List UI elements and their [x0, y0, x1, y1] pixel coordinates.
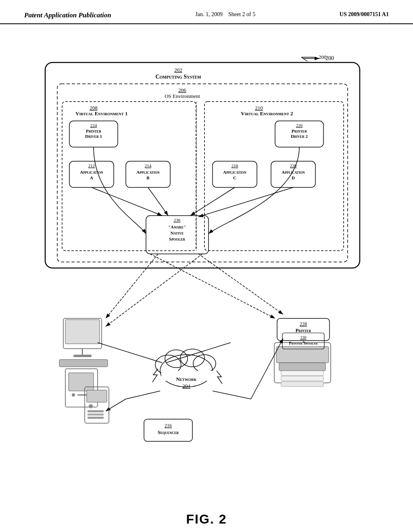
svg-text:Printer: Printer	[86, 129, 101, 133]
figure-caption: FIG. 2	[24, 512, 389, 527]
svg-text:"Aware": "Aware"	[168, 224, 186, 229]
svg-text:228: 228	[300, 321, 307, 327]
svg-text:212: 212	[88, 163, 95, 168]
svg-text:200: 200	[319, 54, 327, 60]
publication-title: Patent Application Publication	[24, 11, 111, 19]
patent-number: US 2009/0007151 A1	[340, 11, 389, 18]
svg-line-56	[106, 254, 202, 326]
svg-rect-100	[88, 414, 104, 416]
svg-container: 200 200 202 Computing System 206	[24, 36, 389, 504]
svg-text:Application: Application	[136, 170, 160, 175]
svg-text:Sequencer: Sequencer	[158, 430, 179, 435]
svg-point-64	[72, 393, 75, 397]
svg-text:Network: Network	[176, 376, 197, 382]
svg-rect-79	[279, 363, 325, 371]
svg-line-50	[190, 187, 235, 216]
svg-text:Virtual Environment 1: Virtual Environment 1	[75, 110, 127, 116]
svg-line-53	[106, 254, 158, 318]
svg-line-93	[251, 339, 283, 399]
svg-text:210: 210	[255, 105, 263, 111]
svg-text:Printer: Printer	[296, 328, 311, 333]
svg-rect-58	[65, 320, 100, 344]
svg-rect-101	[88, 417, 104, 419]
svg-line-48	[92, 187, 162, 216]
page-header: Patent Application Publication Jan. 1, 2…	[0, 0, 413, 24]
sheet-info: Jan. 1, 2009 Sheet 2 of 5	[195, 11, 255, 18]
diagram-area: 200 200 202 Computing System 206	[0, 32, 413, 531]
svg-text:Spooler: Spooler	[169, 237, 185, 241]
svg-text:218: 218	[232, 163, 238, 168]
svg-rect-16	[204, 102, 344, 251]
svg-text:Computing System: Computing System	[155, 74, 201, 80]
svg-text:230: 230	[300, 335, 307, 340]
svg-text:216: 216	[165, 423, 172, 428]
svg-line-5	[301, 57, 307, 61]
svg-line-55	[150, 254, 275, 318]
svg-point-98	[89, 404, 93, 408]
svg-text:Printer: Printer	[292, 129, 307, 133]
svg-rect-61	[59, 360, 108, 367]
svg-text:A: A	[90, 175, 93, 180]
svg-point-68	[165, 350, 188, 368]
svg-rect-81	[281, 376, 323, 381]
svg-text:204: 204	[182, 383, 190, 389]
svg-line-54	[198, 254, 283, 314]
svg-text:236: 236	[174, 218, 181, 222]
svg-text:208: 208	[90, 105, 98, 111]
svg-text:Driver 1: Driver 1	[85, 134, 102, 139]
svg-text:Virtual Environment 2: Virtual Environment 2	[241, 110, 293, 116]
svg-line-92	[213, 391, 251, 399]
svg-text:226: 226	[296, 123, 303, 128]
svg-line-51	[198, 187, 293, 217]
svg-rect-97	[87, 390, 107, 402]
svg-rect-99	[88, 410, 104, 412]
svg-text:OS Environment: OS Environment	[165, 93, 200, 99]
svg-line-95	[166, 343, 231, 363]
svg-rect-63	[69, 373, 94, 391]
svg-text:214: 214	[145, 163, 152, 168]
svg-rect-60	[73, 355, 92, 357]
svg-rect-82	[281, 371, 323, 376]
svg-text:Driver 2: Driver 2	[291, 134, 308, 139]
svg-rect-80	[281, 382, 323, 387]
svg-text:B: B	[146, 175, 150, 180]
svg-text:206: 206	[178, 87, 186, 93]
svg-text:224: 224	[90, 123, 97, 128]
svg-text:Application: Application	[80, 170, 103, 175]
svg-text:202: 202	[174, 67, 182, 73]
svg-text:200: 200	[325, 55, 334, 61]
svg-text:D: D	[292, 175, 295, 180]
svg-text:Native: Native	[171, 231, 184, 235]
svg-text:C: C	[233, 175, 236, 180]
svg-line-90	[126, 391, 160, 399]
svg-text:Application: Application	[223, 170, 246, 175]
